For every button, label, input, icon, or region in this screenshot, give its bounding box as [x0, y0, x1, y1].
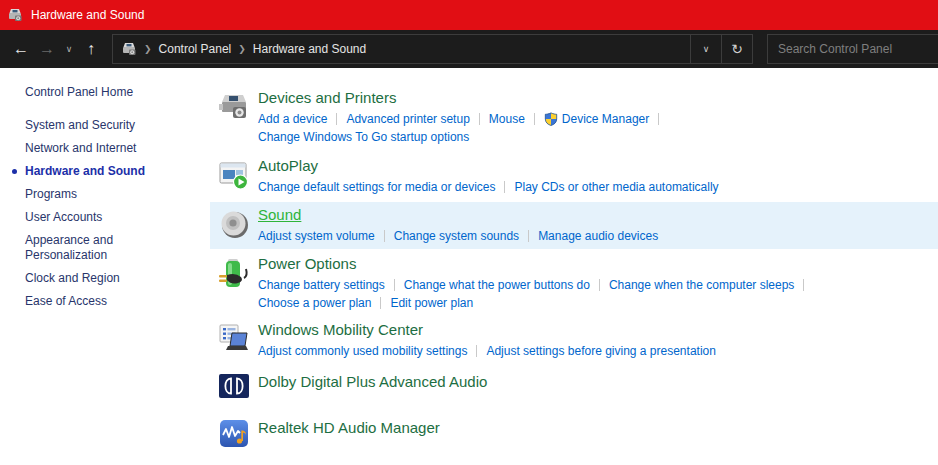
add-a-device-link[interactable]: Add a device [258, 110, 327, 128]
sound-links-row-1: Adjust system volume Change system sound… [258, 227, 938, 245]
adjust-system-volume-link[interactable]: Adjust system volume [258, 227, 375, 245]
sidebar: Control Panel Home System and Security N… [0, 68, 210, 465]
link-divider [476, 345, 477, 357]
section-realtek: Realtek HD Audio Manager [210, 418, 938, 447]
section-dolby: Dolby Digital Plus Advanced Audio [210, 372, 938, 398]
control-panel-icon [121, 41, 137, 57]
address-bar[interactable]: ❯ Control Panel ❯ Hardware and Sound ∨ ↻ [112, 34, 753, 64]
up-button[interactable]: ↑ [78, 34, 104, 64]
sidebar-item-label: Hardware and Sound [25, 164, 145, 178]
change-when-computer-sleeps-link[interactable]: Change when the computer sleeps [609, 276, 794, 294]
sidebar-item-network-and-internet[interactable]: Network and Internet [25, 141, 177, 156]
window-titlebar: Hardware and Sound [0, 0, 938, 30]
windows-mobility-center-title[interactable]: Windows Mobility Center [258, 320, 423, 340]
play-cds-automatically-link[interactable]: Play CDs or other media automatically [514, 178, 718, 196]
adjust-mobility-settings-link[interactable]: Adjust commonly used mobility settings [258, 342, 467, 360]
edit-power-plan-link[interactable]: Edit power plan [390, 294, 473, 312]
address-dropdown-chevron-icon[interactable]: ∨ [690, 35, 721, 63]
breadcrumb-separator-icon: ❯ [144, 44, 152, 54]
section-sound[interactable]: Sound Adjust system volume Change system… [210, 202, 938, 249]
link-divider [504, 181, 505, 193]
sound-icon[interactable] [210, 205, 258, 245]
hardware-and-sound-app-icon [7, 7, 23, 23]
dolby-icon[interactable] [210, 372, 258, 398]
link-divider [528, 230, 529, 242]
adjust-presentation-settings-link[interactable]: Adjust settings before giving a presenta… [486, 342, 715, 360]
power-options-links-row-2: Choose a power plan Edit power plan [258, 294, 938, 312]
forward-button[interactable]: → [34, 34, 60, 64]
sidebar-item-clock-and-region[interactable]: Clock and Region [25, 271, 177, 286]
sidebar-item-control-panel-home[interactable]: Control Panel Home [25, 85, 177, 100]
navigation-bar: ← → ∨ ↑ ❯ Control Panel ❯ Hardware and S… [0, 30, 938, 68]
recent-pages-chevron-icon[interactable]: ∨ [60, 34, 78, 64]
autoplay-links-row-1: Change default settings for media or dev… [258, 178, 938, 196]
realtek-icon[interactable] [210, 418, 258, 447]
section-devices-and-printers: Devices and Printers Add a device Advanc… [210, 88, 938, 146]
link-divider [803, 279, 804, 291]
link-divider [534, 113, 535, 125]
link-divider [394, 279, 395, 291]
content-area: Control Panel Home System and Security N… [0, 68, 938, 465]
advanced-printer-setup-link[interactable]: Advanced printer setup [346, 110, 469, 128]
power-options-title[interactable]: Power Options [258, 254, 356, 274]
choose-a-power-plan-link[interactable]: Choose a power plan [258, 294, 371, 312]
breadcrumb: ❯ Control Panel ❯ Hardware and Sound [113, 41, 690, 57]
link-divider [479, 113, 480, 125]
change-system-sounds-link[interactable]: Change system sounds [394, 227, 519, 245]
sidebar-item-appearance-and-personalization[interactable]: Appearance and Personalization [25, 233, 177, 263]
device-manager-label: Device Manager [562, 110, 649, 128]
change-windows-to-go-startup-options-link[interactable]: Change Windows To Go startup options [258, 128, 469, 146]
realtek-title[interactable]: Realtek HD Audio Manager [258, 418, 440, 438]
devices-and-printers-links-row-2: Change Windows To Go startup options [258, 128, 938, 146]
link-divider [384, 230, 385, 242]
power-options-icon[interactable] [210, 254, 258, 312]
section-power-options: Power Options Change battery settings Ch… [210, 254, 938, 312]
change-power-buttons-link[interactable]: Change what the power buttons do [404, 276, 590, 294]
autoplay-title[interactable]: AutoPlay [258, 156, 318, 176]
search-box[interactable] [767, 34, 938, 64]
breadcrumb-control-panel[interactable]: Control Panel [159, 42, 232, 56]
link-divider [336, 113, 337, 125]
sidebar-item-ease-of-access[interactable]: Ease of Access [25, 294, 177, 309]
sidebar-item-system-and-security[interactable]: System and Security [25, 118, 177, 133]
manage-audio-devices-link[interactable]: Manage audio devices [538, 227, 658, 245]
section-autoplay: AutoPlay Change default settings for med… [210, 156, 938, 196]
power-options-links-row-1: Change battery settings Change what the … [258, 276, 938, 294]
change-default-settings-for-media-link[interactable]: Change default settings for media or dev… [258, 178, 495, 196]
mouse-link[interactable]: Mouse [489, 110, 525, 128]
search-input[interactable] [768, 42, 938, 56]
autoplay-icon[interactable] [210, 156, 258, 196]
device-manager-link[interactable]: Device Manager [544, 110, 649, 128]
uac-shield-icon [544, 112, 558, 126]
mobility-links-row-1: Adjust commonly used mobility settings A… [258, 342, 938, 360]
windows-mobility-center-icon[interactable] [210, 320, 258, 360]
sidebar-item-programs[interactable]: Programs [25, 187, 177, 202]
section-windows-mobility-center: Windows Mobility Center Adjust commonly … [210, 320, 938, 360]
back-button[interactable]: ← [8, 34, 34, 64]
sound-title[interactable]: Sound [258, 205, 301, 225]
breadcrumb-hardware-and-sound[interactable]: Hardware and Sound [253, 42, 366, 56]
sidebar-item-hardware-and-sound[interactable]: Hardware and Sound [25, 164, 177, 179]
sidebar-item-user-accounts[interactable]: User Accounts [25, 210, 177, 225]
link-divider [599, 279, 600, 291]
window-title: Hardware and Sound [31, 8, 144, 22]
dolby-title[interactable]: Dolby Digital Plus Advanced Audio [258, 372, 487, 392]
active-bullet-icon [12, 169, 17, 174]
link-divider [380, 297, 381, 309]
devices-and-printers-icon[interactable] [210, 88, 258, 146]
devices-and-printers-links-row-1: Add a device Advanced printer setup Mous… [258, 110, 938, 128]
refresh-icon[interactable]: ↻ [721, 35, 752, 63]
link-divider [658, 113, 659, 125]
change-battery-settings-link[interactable]: Change battery settings [258, 276, 385, 294]
breadcrumb-separator-icon: ❯ [238, 44, 246, 54]
main-panel: Devices and Printers Add a device Advanc… [210, 68, 938, 465]
devices-and-printers-title[interactable]: Devices and Printers [258, 88, 396, 108]
